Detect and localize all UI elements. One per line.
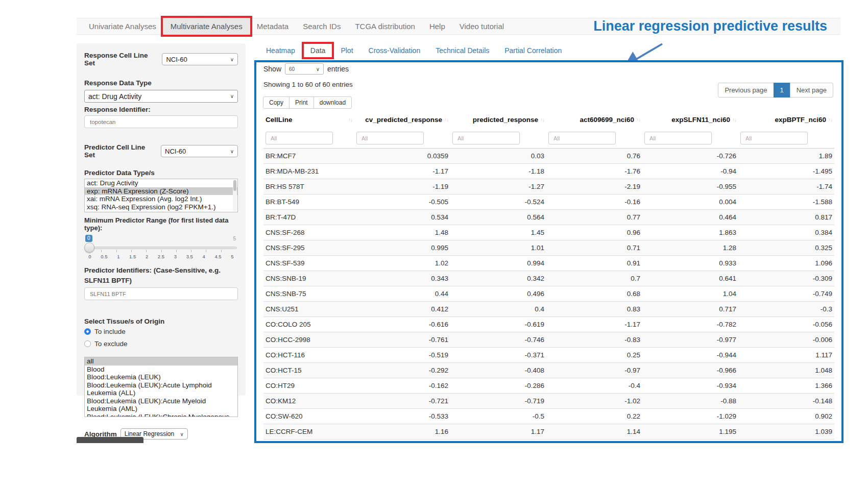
column-filter-input-cellline[interactable]: [266, 132, 333, 144]
column-header-predicted_response[interactable]: predicted_response↑↓: [450, 112, 546, 128]
predictor-data-types-listbox[interactable]: act: Drug Activityexp: mRNA Expression (…: [84, 179, 238, 212]
sort-arrows-icon[interactable]: ↑↓: [540, 117, 544, 123]
sort-arrows-icon[interactable]: ↑↓: [444, 117, 448, 123]
column-header-cellline[interactable]: CellLine↑↓: [263, 112, 354, 128]
radio-label: To include: [94, 328, 126, 335]
next-page-button[interactable]: Next page: [790, 83, 833, 97]
nav-item-search-ids[interactable]: Search IDs: [296, 18, 348, 34]
column-filter-input-predicted_response[interactable]: [452, 132, 520, 144]
show-entries-select[interactable]: 60∨: [285, 63, 324, 75]
predictor-identifiers-input[interactable]: SLFN11 BPTF: [84, 287, 238, 300]
previous-page-button[interactable]: Previous page: [718, 83, 774, 97]
listbox-option[interactable]: xai: mRNA Expression (Avg. log2 Int.): [85, 195, 237, 203]
listbox-option[interactable]: Blood:Leukemia (LEUK): [85, 373, 237, 381]
print-button[interactable]: Print: [289, 96, 314, 109]
radio-to-include[interactable]: To include: [84, 328, 238, 335]
table-row[interactable]: BR:T-47D0.5340.5640.770.4640.817: [263, 210, 834, 225]
tab-heatmap[interactable]: Heatmap: [258, 43, 303, 58]
table-row[interactable]: CO:COLO 205-0.616-0.619-1.17-0.782-0.056: [263, 317, 834, 332]
listbox-option[interactable]: Blood:Leukemia (LEUK):Chronic Myelogenou…: [85, 413, 237, 418]
tab-data[interactable]: Data: [303, 43, 333, 58]
table-row[interactable]: CNS:SF-5391.020.9940.910.9331.096: [263, 256, 834, 271]
predictor-cell-line-set-select[interactable]: NCI-60∨: [161, 145, 238, 157]
value-cell: -1.17: [354, 164, 450, 179]
listbox-option[interactable]: Blood:Leukemia (LEUK):Acute Myeloid Leuk…: [85, 397, 237, 413]
tab-technical-details[interactable]: Technical Details: [428, 43, 497, 58]
min-predictor-range-slider[interactable]: 0 5 00.511.522.533.544.55: [85, 235, 237, 260]
tab-cross-validation[interactable]: Cross-Validation: [361, 43, 428, 58]
table-row[interactable]: LE:CCRF-CEM1.161.171.141.1951.039: [263, 424, 834, 440]
column-header-cv_predicted_response[interactable]: cv_predicted_response↑↓: [354, 112, 450, 128]
tab-plot[interactable]: Plot: [333, 43, 360, 58]
column-filter-input-expslfn11_nci60[interactable]: [644, 132, 712, 144]
cellline-cell: LE:HL-60(TB): [263, 440, 354, 444]
sort-arrows-icon[interactable]: ↑↓: [828, 117, 832, 123]
download-button[interactable]: download: [314, 96, 352, 109]
table-row[interactable]: CNS:SF-2950.9951.010.711.280.325: [263, 240, 834, 256]
value-cell: -1.02: [546, 394, 642, 409]
table-row[interactable]: CNS:SNB-750.440.4960.681.04-0.749: [263, 286, 834, 302]
column-header-expslfn11_nci60[interactable]: expSLFN11_nci60↑↓: [642, 112, 738, 128]
table-row[interactable]: BR:MCF70.03590.030.76-0.7261.89: [263, 149, 834, 164]
tissue-listbox[interactable]: allBloodBlood:Leukemia (LEUK)Blood:Leuke…: [84, 357, 238, 417]
table-row[interactable]: CNS:U2510.4120.40.830.717-0.3: [263, 302, 834, 317]
column-filter-input-expbptf_nci60[interactable]: [740, 132, 808, 144]
nav-item-univariate-analyses[interactable]: Univariate Analyses: [82, 18, 163, 34]
table-row[interactable]: CO:HT29-0.162-0.286-0.4-0.9341.366: [263, 378, 834, 394]
copy-button[interactable]: Copy: [263, 96, 290, 109]
value-cell: 0.933: [642, 256, 738, 271]
tick-label: 3.5: [185, 254, 194, 259]
page-number-button[interactable]: 1: [774, 83, 790, 97]
column-filter-input-act609699_nci60[interactable]: [548, 132, 616, 144]
sort-arrows-icon[interactable]: ↑↓: [348, 117, 352, 123]
table-row[interactable]: CO:KM12-0.721-0.719-1.02-0.88-0.148: [263, 394, 834, 409]
nav-item-multivariate-analyses[interactable]: Multivariate Analyses: [163, 18, 250, 34]
table-row[interactable]: BR:HS 578T-1.19-1.27-2.19-0.955-1.74: [263, 179, 834, 194]
scrollbar[interactable]: [233, 180, 237, 211]
listbox-option[interactable]: xsq: RNA-seq Expression (log2 FPKM+1.): [85, 203, 237, 211]
table-row[interactable]: BR:MDA-MB-231-1.17-1.18-1.76-0.94-1.495: [263, 164, 834, 179]
value-cell: 0.994: [450, 256, 546, 271]
value-cell: 1.01: [450, 240, 546, 256]
listbox-option[interactable]: Blood:Leukemia (LEUK):Acute Lymphoid Leu…: [85, 381, 237, 397]
nav-item-help[interactable]: Help: [422, 18, 452, 34]
value-cell: -0.371: [450, 348, 546, 363]
value-cell: -1.76: [546, 164, 642, 179]
column-header-expbptf_nci60[interactable]: expBPTF_nci60↑↓: [738, 112, 834, 128]
listbox-option[interactable]: act: Drug Activity: [85, 179, 237, 187]
radio-selected-icon[interactable]: [84, 328, 91, 335]
slider-track[interactable]: [85, 247, 237, 249]
radio-unselected-icon[interactable]: [84, 340, 91, 347]
table-row[interactable]: CNS:SNB-190.3430.3420.70.641-0.309: [263, 271, 834, 286]
tick-label: 1.5: [128, 254, 137, 259]
table-row[interactable]: CO:HCT-116-0.519-0.3710.25-0.9441.117: [263, 348, 834, 363]
nav-item-metadata[interactable]: Metadata: [250, 18, 296, 34]
nav-item-tcga-distribution[interactable]: TCGA distribution: [348, 18, 422, 34]
tab-partial-correlation[interactable]: Partial Correlation: [497, 43, 569, 58]
listbox-option[interactable]: Blood: [85, 365, 237, 374]
table-row[interactable]: CO:HCC-2998-0.761-0.746-0.83-0.977-0.006: [263, 332, 834, 348]
response-cell-line-set-select[interactable]: NCI-60∨: [162, 53, 238, 65]
tick-label: 0: [85, 254, 94, 259]
column-filter-input-cv_predicted_response[interactable]: [356, 132, 424, 144]
value-cell: 0.4: [450, 302, 546, 317]
column-header-act609699_nci60[interactable]: act609699_nci60↑↓: [546, 112, 642, 128]
cellline-cell: CNS:SNB-75: [263, 286, 354, 302]
value-cell: 0.031: [738, 440, 834, 444]
table-row[interactable]: BR:BT-549-0.505-0.524-0.160.004-1.588: [263, 194, 834, 210]
table-row[interactable]: CO:SW-620-0.533-0.50.22-1.0290.902: [263, 409, 834, 424]
value-cell: 1.45: [450, 225, 546, 240]
sort-arrows-icon[interactable]: ↑↓: [636, 117, 640, 123]
response-data-type-select[interactable]: act: Drug Activity∨: [84, 90, 238, 103]
listbox-option[interactable]: all: [85, 357, 237, 365]
table-row[interactable]: CNS:SF-2681.481.450.961.8630.384: [263, 225, 834, 240]
sort-arrows-icon[interactable]: ↑↓: [732, 117, 736, 123]
slider-max-label: 5: [233, 236, 236, 241]
radio-to-exclude[interactable]: To exclude: [84, 340, 238, 348]
listbox-option[interactable]: exp: mRNA Expression (Z-Score): [85, 187, 237, 196]
table-row[interactable]: CO:HCT-15-0.292-0.408-0.97-0.9661.048: [263, 363, 834, 378]
response-identifier-input[interactable]: topotecan: [84, 115, 238, 128]
nav-item-video-tutorial[interactable]: Video tutorial: [452, 18, 511, 34]
table-row[interactable]: LE:HL-60(TB)0.9510.9340.681.3070.031: [263, 440, 834, 444]
slider-handle[interactable]: [84, 242, 94, 253]
